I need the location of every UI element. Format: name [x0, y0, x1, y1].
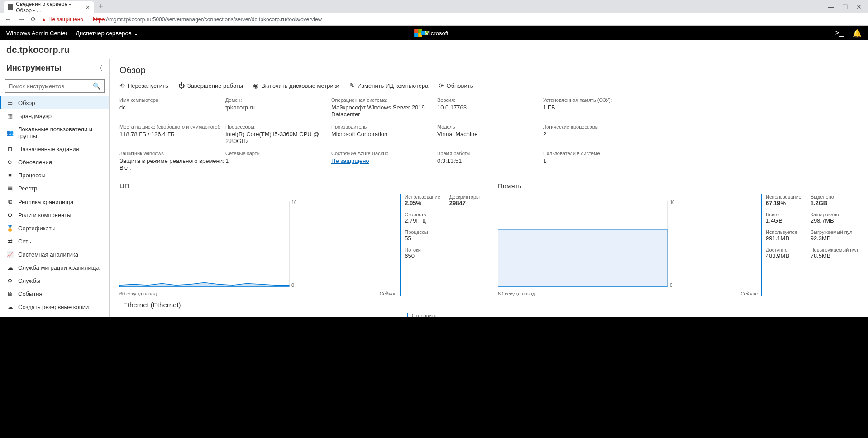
info-cell: Состояние Azure BackupНе защищено [331, 151, 437, 171]
window-close-icon[interactable]: ✕ [856, 3, 862, 10]
cpu-chart-block: ЦП 100 0 60 секунд назад Сейчас [119, 182, 480, 296]
window-minimize-icon[interactable]: — [828, 3, 834, 10]
eth-send-stat: Отправить424 Kbps [412, 313, 438, 317]
terminal-icon[interactable]: >_ [835, 29, 844, 37]
tasks-icon: 🗓 [6, 146, 14, 152]
brand-label[interactable]: Windows Admin Center [6, 30, 67, 37]
refresh-icon: ⟳ [439, 82, 444, 89]
page-title: Обзор [119, 65, 858, 76]
insights-icon: 📈 [6, 251, 14, 258]
bell-icon[interactable]: 🔔 [853, 29, 862, 38]
svg-text:0: 0 [670, 282, 672, 288]
browser-tab[interactable]: Сведения о сервере - Обзор - … × [4, 1, 94, 13]
power-icon: ⏻ [178, 82, 185, 89]
search-icon: 🔍 [93, 82, 100, 90]
browser-chrome: Сведения о сервере - Обзор - … × + — ☐ ✕ [0, 0, 868, 13]
nav-back-icon[interactable]: ← [4, 15, 13, 24]
mem-paged-stat: Выгружаемый пул92.3MB [811, 229, 858, 242]
sidebar-item-rdp[interactable]: ↗Удаленный рабочий стол [0, 314, 109, 317]
cpu-xleft: 60 секунд назад [119, 291, 157, 296]
memory-chart-block: Память 100 0 60 секунд назад Сейчас [498, 182, 858, 296]
mem-inuse-stat: Используется991.1MB [766, 229, 801, 242]
updates-icon: ⟳ [6, 159, 14, 166]
cpu-threads-stat: Потоки650 [405, 247, 440, 259]
ethernet-chart [119, 313, 404, 317]
processes-icon: ≡ [6, 172, 14, 179]
security-label: Не защищено [48, 16, 83, 23]
server-manager-menu[interactable]: Диспетчер серверов ⌄ [76, 30, 138, 37]
sidebar-item-users[interactable]: 👥Локальные пользователи и группы [0, 123, 109, 143]
memory-stats: Использование67.19% Всего1.4GB Используе… [761, 194, 858, 296]
sidebar-item-services[interactable]: ⚙Службы [0, 274, 109, 287]
tab-close-icon[interactable]: × [86, 4, 90, 11]
main-layout: Инструменты 〈 🔍 ▭Обзор ▦Брандмауэр 👥Лока… [0, 59, 868, 317]
disk-metrics-button[interactable]: ◉Включить дисковые метрики [253, 82, 339, 89]
info-cell: Процессоры:Intel(R) Core(TM) i5-3360M CP… [225, 124, 331, 144]
sidebar-item-storage-replica[interactable]: ⧉Реплика хранилища [0, 195, 109, 209]
firewall-icon: ▦ [6, 113, 14, 119]
cpu-chart: 100 0 60 секунд назад Сейчас [119, 194, 396, 296]
info-cell: Защитник WindowsЗащита в режиме реальног… [119, 151, 225, 171]
mem-xleft: 60 секунд назад [498, 291, 535, 296]
migration-icon: ☁ [6, 264, 14, 271]
sidebar-item-network[interactable]: ⇄Сеть [0, 235, 109, 248]
security-indicator[interactable]: ▲ Не защищено [41, 16, 88, 23]
certificates-icon: 🏅 [6, 225, 14, 232]
info-cell: Пользователи в системе1 [543, 151, 649, 171]
tool-search[interactable]: 🔍 [5, 79, 105, 93]
microsoft-logo: Microsoft [420, 27, 448, 39]
sidebar-title: Инструменты [6, 63, 62, 73]
sidebar-item-events[interactable]: 🗎События [0, 287, 109, 300]
sidebar-item-updates[interactable]: ⟳Обновления [0, 156, 109, 169]
url-display[interactable]: https://mgmt.tpkocorp.ru:5000/servermana… [93, 16, 322, 23]
sidebar-item-registry[interactable]: ▤Реестр [0, 182, 109, 195]
refresh-button[interactable]: ⟳Обновить [439, 82, 473, 89]
memory-chart-title: Память [498, 182, 858, 190]
reload-icon[interactable]: ⟳ [31, 15, 37, 24]
registry-icon: ▤ [6, 185, 14, 192]
info-cell: Установленная память (ОЗУ):1 ГБ [543, 97, 649, 118]
sidebar-item-insights[interactable]: 📈Системная аналитика [0, 248, 109, 261]
new-tab-button[interactable]: + [99, 2, 104, 11]
tab-title: Сведения о сервере - Обзор - … [16, 1, 82, 14]
memory-chart: 100 0 60 секунд назад Сейчас [498, 194, 758, 296]
info-cell: Версия:10.0.17763 [437, 97, 543, 118]
replica-icon: ⧉ [6, 198, 14, 205]
nav-forward-icon[interactable]: → [17, 15, 26, 24]
info-cell: Домен:tpkocorp.ru [225, 97, 331, 118]
sidebar-item-certificates[interactable]: 🏅Сертификаты [0, 222, 109, 235]
sidebar-item-firewall[interactable]: ▦Брандмауэр [0, 110, 109, 123]
roles-icon: ⚙ [6, 212, 14, 219]
svg-text:100: 100 [291, 200, 296, 205]
ethernet-block: Ethernet (Ethernet) Отправить424 Kbps [119, 301, 480, 317]
tab-favicon [8, 4, 13, 10]
ethernet-stats: Отправить424 Kbps [407, 313, 480, 317]
collapse-sidebar-icon[interactable]: 〈 [96, 64, 103, 72]
content-area: Обзор ⟲Перезапустить ⏻Завершение работы … [110, 59, 868, 317]
shutdown-button[interactable]: ⏻Завершение работы [178, 82, 243, 89]
cpu-chart-title: ЦП [119, 182, 480, 190]
sidebar-item-roles[interactable]: ⚙Роли и компоненты [0, 209, 109, 222]
cpu-stats: Использование2.05% Скорость2.79ГГц Проце… [400, 194, 480, 296]
info-cell: Имя компьютера:dc [119, 97, 225, 118]
sidebar-item-overview[interactable]: ▭Обзор [0, 96, 109, 110]
edit-id-button[interactable]: ✎Изменить ИД компьютера [349, 82, 429, 89]
cpu-speed-stat: Скорость2.79ГГц [405, 212, 440, 224]
edit-icon: ✎ [349, 82, 355, 89]
info-cell: Места на диске (свободного и суммарного)… [119, 124, 225, 144]
sidebar-item-backup[interactable]: ☁Создать резервные копии [0, 300, 109, 314]
mem-committed-stat: Выделено1.2GB [811, 194, 858, 206]
sidebar-item-tasks[interactable]: 🗓Назначенные задания [0, 143, 109, 156]
sidebar-item-processes[interactable]: ≡Процессы [0, 169, 109, 182]
restart-button[interactable]: ⟲Перезапустить [119, 82, 168, 89]
mem-usage-stat: Использование67.19% [766, 194, 801, 206]
search-input[interactable] [9, 83, 93, 90]
wac-topbar: Windows Admin Center Диспетчер серверов … [0, 26, 868, 40]
backup-icon: ☁ [6, 304, 14, 310]
window-maximize-icon[interactable]: ☐ [842, 3, 848, 10]
sidebar-item-storage-migration[interactable]: ☁Служба миграции хранилища [0, 261, 109, 274]
ms-square-icon [421, 31, 425, 35]
info-cell: Сетевые карты1 [225, 151, 331, 171]
azure-backup-link[interactable]: Не защищено [331, 157, 369, 164]
ethernet-title: Ethernet (Ethernet) [119, 301, 480, 309]
